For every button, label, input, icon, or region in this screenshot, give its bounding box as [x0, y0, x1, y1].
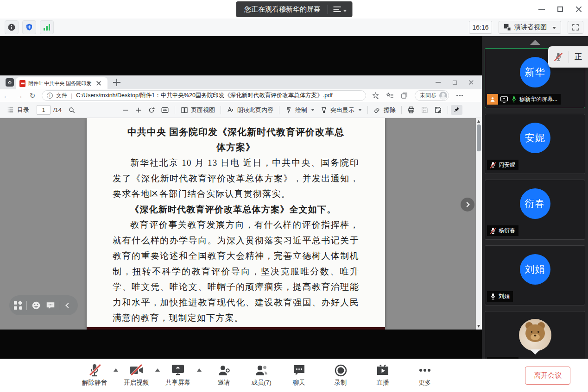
watching-screen-banner: 您正在观看穆新华的屏幕 [236, 1, 352, 17]
participants-scroll-up[interactable] [530, 40, 540, 45]
save-button[interactable] [418, 106, 431, 114]
banner-menu-button[interactable] [327, 5, 347, 14]
floating-tools-pill [9, 295, 78, 315]
share-screen-icon [171, 364, 184, 377]
profile-sync-button[interactable]: 未同步 [415, 90, 449, 101]
participant-name: 杨衍春 [499, 227, 515, 235]
back-icon[interactable]: ← [0, 92, 13, 100]
chat-icon [293, 364, 305, 376]
minimize-icon [538, 9, 545, 10]
share-screen-button[interactable]: 共享屏幕 [157, 363, 199, 387]
next-page-button[interactable] [461, 198, 474, 212]
meeting-info-button[interactable] [5, 20, 19, 34]
leave-meeting-button[interactable]: 离开会议 [525, 367, 570, 385]
highlight-button[interactable]: 突出显示 [317, 106, 365, 114]
popup-text: 正 [575, 52, 582, 62]
record-button[interactable]: 录制 [319, 363, 362, 387]
print-button[interactable] [405, 106, 418, 114]
document-paragraph: 新华社北京 10 月 13 日电 近日，中共中央、国务院印发了《深化新时代教育评… [113, 155, 359, 202]
record-label: 录制 [335, 379, 347, 387]
invite-button[interactable]: 邀请 [202, 363, 245, 387]
page-number-input[interactable] [37, 105, 51, 115]
participant-tile[interactable]: 刘娟 刘娟 [485, 245, 585, 305]
layout-icon [504, 24, 511, 31]
view-mode-dropdown[interactable]: 演讲者视图 [499, 21, 561, 34]
forward-icon[interactable]: → [13, 92, 26, 100]
page-total-label: /14 [53, 106, 62, 113]
quick-chat-button[interactable] [45, 300, 56, 311]
participant-tile[interactable]: 安妮 周安妮 [485, 114, 585, 174]
invite-icon [217, 364, 230, 377]
browser-address-bar: ← → ↻ i 文件 | C:/Users/mxinh/Desktop/附件1：… [0, 89, 482, 102]
browser-minimize-icon[interactable] [436, 82, 441, 83]
hamburger-icon [333, 6, 341, 12]
reactions-button[interactable] [31, 300, 41, 311]
avatar: 衍春 [520, 188, 550, 219]
draw-label: 绘制 [295, 106, 307, 114]
participant-tile[interactable]: 衍春 杨衍春 [485, 180, 585, 240]
unmute-label: 解除静音 [82, 379, 107, 387]
collapse-pill-button[interactable] [64, 304, 70, 307]
save-icon [421, 106, 429, 114]
pdf-file-icon [19, 80, 25, 87]
chevron-down-icon[interactable] [311, 109, 315, 111]
read-aloud-button[interactable]: 朗读此页内容 [224, 106, 276, 114]
save-as-button[interactable] [431, 106, 445, 114]
new-tab-button[interactable] [113, 79, 120, 86]
more-button[interactable]: 更多 [404, 363, 446, 387]
network-quality-button[interactable] [40, 20, 54, 34]
chat-button[interactable]: 聊天 [278, 363, 320, 387]
url-field[interactable]: i 文件 | C:/Users/mxinh/Desktop/附件1：中共中央%2… [42, 90, 366, 101]
tab-actions-button[interactable] [6, 78, 14, 87]
erase-button[interactable]: 擦除 [371, 106, 398, 114]
url-separator: | [71, 93, 72, 99]
maximize-button[interactable] [551, 0, 569, 19]
avatar: 刘娟 [520, 254, 550, 285]
pdf-search-button[interactable] [65, 106, 78, 114]
plus-icon [135, 106, 142, 114]
apps-icon [14, 301, 22, 310]
collections-icon[interactable] [400, 92, 408, 100]
live-label: 直播 [377, 379, 389, 387]
toc-button[interactable]: 目录 [4, 106, 32, 114]
more-label: 更多 [419, 379, 431, 387]
draw-button[interactable]: 绘制 [282, 106, 317, 114]
minimize-button[interactable] [532, 0, 551, 19]
browser-maximize-icon[interactable] [453, 81, 457, 85]
members-button[interactable]: 成员(7) [240, 363, 283, 387]
scrollbar-down-icon[interactable] [477, 325, 480, 328]
meeting-security-button[interactable] [22, 20, 36, 34]
page-view-button[interactable]: 页面视图 [178, 106, 218, 114]
pdf-scrollbar[interactable] [476, 118, 482, 330]
app-title-bar: 您正在观看穆新华的屏幕 [0, 0, 588, 19]
participants-scroll-down[interactable] [530, 349, 540, 355]
browser-close-icon[interactable] [469, 80, 474, 85]
unmute-button[interactable]: 解除静音 [73, 363, 116, 387]
favorites-bar-icon[interactable] [386, 92, 394, 100]
live-button[interactable]: 直播 [361, 363, 404, 387]
browser-menu-icon[interactable] [455, 93, 464, 98]
chevron-down-icon [343, 10, 347, 12]
start-video-button[interactable]: 开启视频 [115, 363, 158, 387]
rotate-button[interactable] [145, 106, 158, 114]
mic-muted-icon [489, 227, 496, 235]
share-options-caret[interactable] [197, 368, 202, 372]
chevron-down-icon[interactable] [358, 109, 362, 111]
scrollbar-thumb[interactable] [477, 124, 481, 151]
pin-toolbar-button[interactable] [451, 105, 462, 115]
zoom-out-button[interactable] [119, 106, 132, 114]
close-button[interactable] [569, 0, 588, 19]
apps-button[interactable] [14, 301, 22, 310]
window-controls [532, 0, 588, 19]
zoom-in-button[interactable] [132, 106, 145, 114]
scrollbar-up-icon[interactable] [477, 120, 480, 123]
fit-width-button[interactable] [158, 106, 172, 114]
share-screen-label: 共享屏幕 [165, 379, 190, 387]
refresh-icon[interactable]: ↻ [26, 92, 39, 100]
fullscreen-button[interactable] [568, 21, 583, 34]
tab-close-icon[interactable] [96, 81, 101, 86]
smiley-icon [31, 300, 41, 311]
favorite-star-icon[interactable] [372, 92, 379, 100]
browser-tab[interactable]: 附件1: 中共中央 国务院印发《 [16, 77, 107, 89]
page-info-icon[interactable]: i [47, 93, 53, 99]
